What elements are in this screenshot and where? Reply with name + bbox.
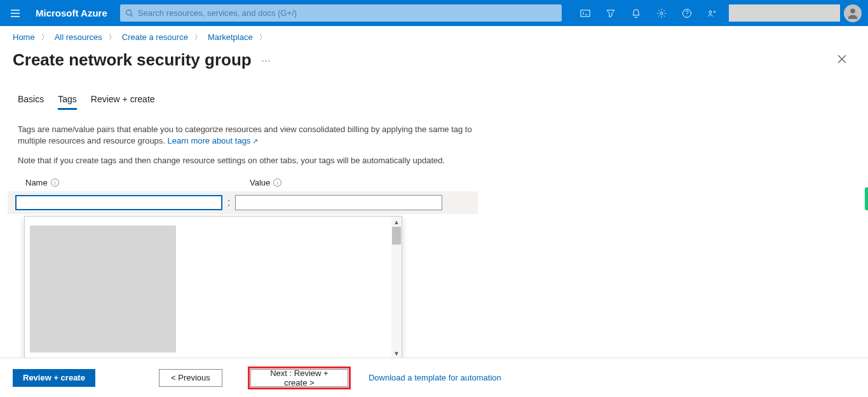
settings-button[interactable] [649,0,674,26]
chevron-right-icon: 〉 [194,32,201,42]
info-icon[interactable]: i [51,178,59,187]
svg-point-3 [660,12,663,15]
tab-content: Tags are name/value pairs that enable yo… [0,110,502,187]
feedback-button[interactable] [700,0,725,26]
top-header: Microsoft Azure [0,0,868,26]
avatar-icon [846,7,859,20]
next-button-highlight: Next : Review + create > [248,367,351,389]
info-icon[interactable]: i [273,178,281,187]
directory-filter-button[interactable] [598,0,623,26]
svg-rect-2 [581,10,590,17]
previous-button[interactable]: < Previous [159,369,222,387]
scroll-down-arrow[interactable]: ▼ [391,348,402,358]
side-accent-tab[interactable] [865,187,868,210]
cloudshell-button[interactable] [573,0,598,26]
search-container [120,4,562,22]
external-link-icon: ↗ [252,137,258,145]
svg-point-6 [850,8,855,13]
portal-menu-button[interactable] [0,0,31,26]
svg-line-1 [131,14,133,17]
colon-separator: : [227,197,230,208]
tab-basics[interactable]: Basics [18,94,44,110]
tab-tags[interactable]: Tags [58,94,77,110]
review-create-button[interactable]: Review + create [13,369,95,387]
cloudshell-icon [580,8,590,18]
tags-note: Note that if you create tags and then ch… [18,156,484,165]
tab-bar: Basics Tags Review + create [0,76,868,110]
breadcrumb-home[interactable]: Home [13,32,35,42]
tag-field-headers: Name i Value i [18,178,484,187]
chevron-right-icon: 〉 [259,32,266,42]
suggestions-list-redacted[interactable] [30,225,176,353]
next-review-create-button[interactable]: Next : Review + create > [250,369,348,387]
dropdown-scrollbar[interactable]: ▲ ▼ [391,217,402,358]
more-actions-button[interactable]: ··· [262,55,271,65]
breadcrumb-all-resources[interactable]: All resources [55,32,102,42]
chevron-right-icon: 〉 [109,32,116,42]
tag-name-input[interactable] [15,195,222,210]
value-column-header: Value i [250,178,281,187]
bell-icon [631,8,641,18]
search-input[interactable] [134,8,557,18]
account-info-redacted[interactable] [729,4,840,22]
chevron-right-icon: 〉 [41,32,48,42]
page-title-row: Create network security group ··· [0,48,868,76]
breadcrumb-marketplace[interactable]: Marketplace [208,32,253,42]
tag-name-suggestions-dropdown[interactable]: ▲ ▼ [24,216,402,359]
feedback-icon [707,8,717,18]
directory-icon [606,8,616,18]
download-template-link[interactable]: Download a template for automation [369,373,501,382]
search-icon [125,9,134,18]
brand-label[interactable]: Microsoft Azure [31,8,120,18]
breadcrumb-create-resource[interactable]: Create a resource [122,32,188,42]
learn-more-tags-link[interactable]: Learn more about tags↗ [168,136,259,145]
tag-input-row: : [8,191,478,214]
help-icon [682,8,692,18]
hamburger-icon [10,8,20,18]
global-search[interactable] [120,4,562,22]
svg-point-0 [126,10,132,15]
footer-bar: Review + create < Previous Next : Review… [0,358,868,397]
help-button[interactable] [674,0,700,26]
header-icons-group [573,0,868,26]
scroll-up-arrow[interactable]: ▲ [391,217,402,227]
gear-icon [656,8,667,18]
page-title: Create network security group [13,50,252,70]
tags-description: Tags are name/value pairs that enable yo… [18,124,484,147]
close-icon [837,55,846,64]
tab-review-create[interactable]: Review + create [91,94,155,110]
breadcrumb: Home 〉 All resources 〉 Create a resource… [0,26,868,48]
tag-value-input[interactable] [235,195,442,210]
name-column-header: Name i [25,178,250,187]
svg-point-5 [709,11,712,13]
notifications-button[interactable] [623,0,649,26]
user-avatar[interactable] [844,4,862,22]
close-blade-button[interactable] [837,55,846,66]
scroll-thumb[interactable] [392,227,401,245]
